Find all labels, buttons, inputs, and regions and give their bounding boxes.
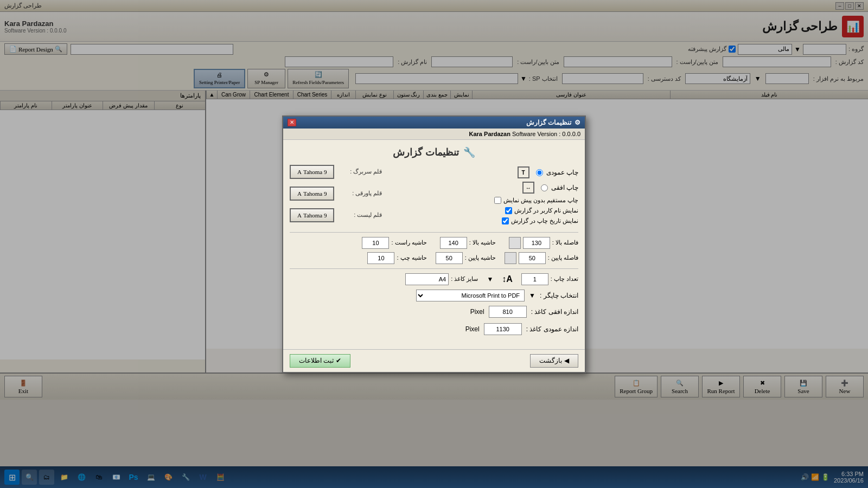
no-preview-checkbox[interactable]	[494, 197, 501, 204]
orientation-icon: A↕	[502, 274, 513, 284]
paper-size-label: سایز کاغذ :	[451, 275, 478, 282]
horizontal-print-group: چاپ افقی	[541, 184, 578, 191]
font-list-icon: A	[297, 212, 302, 219]
margin-right-input[interactable]	[362, 237, 389, 249]
modal-titlebar: ⚙ تنظیمات گزارش ✕	[283, 117, 585, 129]
width-label: اندازه افقی کاغذ :	[531, 308, 578, 316]
margin-left-input[interactable]	[367, 252, 394, 264]
margins-col-2: حاشیه راست : حاشیه چپ :	[362, 237, 426, 264]
height-input[interactable]	[484, 323, 522, 335]
space-bottom-label: فاصله پایین :	[548, 254, 578, 261]
font-cols: قلم سربرگ : Tahoma 9 A قلم پاورقی : Taho…	[290, 165, 382, 227]
heading-text: تنظیمات گزارش	[393, 146, 459, 158]
save-check-icon: ✔	[336, 357, 341, 365]
margin-top-label: حاشیه بالا :	[469, 239, 496, 246]
margin-bottom-input[interactable]	[436, 252, 463, 264]
font-user-button[interactable]: Tahoma 9 A	[290, 165, 334, 179]
horizontal-print-label: چاپ افقی	[551, 184, 578, 191]
modal-app-name: Kara Pardazan	[469, 131, 510, 137]
space-top-label: فاصله بالا :	[552, 239, 578, 246]
height-label: اندازه عمودی کاغذ :	[526, 325, 578, 333]
horizontal-print-radio[interactable]	[541, 184, 548, 191]
width-input[interactable]	[489, 306, 527, 318]
font-list-button[interactable]: Tahoma 9 A	[290, 208, 334, 222]
modal-title: ⚙ تنظیمات گزارش	[526, 119, 580, 126]
margins-spacing-row: فاصله بالا : فاصله پایین : حاشیه بالا :	[290, 237, 578, 264]
space-bottom-input[interactable]	[519, 252, 546, 264]
show-username-check-item: نمایش نام کاربر در گزارش	[494, 207, 578, 214]
printer-dropdown-icon: ▼	[529, 292, 535, 299]
font-user-text: Tahoma 9	[303, 169, 327, 175]
horiz-print-row: چاپ افقی ↔	[494, 182, 578, 194]
font-list-text: Tahoma 9	[303, 212, 327, 219]
space-top-item: فاصله بالا :	[505, 237, 578, 249]
space-top-icon	[509, 237, 521, 249]
show-date-label: نمایش تاریخ چاپ در گزارش	[511, 217, 578, 224]
margin-left-label: حاشیه چپ :	[397, 254, 426, 261]
width-unit: Pixel	[470, 308, 484, 316]
dimensions-col: اندازه افقی کاغذ : Pixel اندازه عمودی کا…	[290, 306, 578, 338]
no-preview-label: چاپ مستقیم بدون پیش نمایش	[503, 197, 578, 204]
margin-top-item: حاشیه بالا :	[436, 237, 496, 249]
modal-back-button[interactable]: ◀ بازگشت	[530, 354, 578, 368]
modal-content: 🔧 تنظیمات گزارش چاپ عمودی T	[283, 140, 585, 349]
modal-app-version: Software Version : 0.0.0.0	[512, 131, 580, 137]
back-label: بازگشت	[539, 357, 562, 365]
modal-overlay: ⚙ تنظیمات گزارش ✕ Kara Pardazan Software…	[0, 0, 868, 400]
modal-header-info: Kara Pardazan Software Version : 0.0.0.0	[283, 129, 585, 140]
copies-input[interactable]	[521, 273, 548, 285]
copies-label: تعداد چاپ :	[551, 275, 578, 282]
print-direction-row: چاپ عمودی T	[494, 166, 578, 178]
font-default-row: قلم پاورقی : Tahoma 9 A	[290, 187, 382, 201]
font-default-icon: A	[297, 190, 302, 197]
heading-icon: 🔧	[463, 146, 475, 158]
show-date-check-item: نمایش تاریخ چاپ در گزارش	[494, 217, 578, 224]
font-default-button[interactable]: Tahoma 9 A	[290, 187, 334, 201]
font-user-row: قلم سربرگ : Tahoma 9 A	[290, 165, 382, 179]
height-unit: Pixel	[465, 325, 480, 333]
font-default-label: قلم پاورقی :	[339, 190, 382, 197]
margin-right-item: حاشیه راست :	[362, 237, 426, 249]
modal-save-label: ثبت اطلاعات	[299, 357, 334, 365]
back-icon: ◀	[564, 357, 569, 365]
copies-item: تعداد چاپ :	[521, 273, 578, 285]
orientation-dropdown-icon: ▼	[487, 275, 493, 283]
vertical-print-label: چاپ عمودی	[546, 169, 578, 176]
font-list-label: قلم لیست :	[339, 211, 382, 219]
margin-bottom-item: حاشیه پایین :	[436, 252, 496, 264]
space-bottom-icon	[505, 252, 516, 264]
modal-footer: ◀ بازگشت ✔ ثبت اطلاعات	[283, 349, 585, 372]
modal-close-button[interactable]: ✕	[288, 119, 296, 126]
separator-2	[290, 268, 578, 269]
text-icon: T	[518, 166, 529, 178]
font-list-row: قلم لیست : Tahoma 9 A	[290, 208, 382, 222]
margin-right-label: حاشیه راست :	[391, 239, 426, 246]
vertical-print-group: چاپ عمودی	[536, 169, 578, 176]
paper-size-input[interactable]	[405, 273, 449, 285]
show-username-label: نمایش نام کاربر در گزارش	[514, 207, 578, 214]
margins-col: حاشیه بالا : حاشیه پایین :	[436, 237, 496, 264]
height-row: اندازه عمودی کاغذ : Pixel	[290, 323, 578, 335]
font-settings-row: چاپ عمودی T چاپ افقی ↔ چاپ مستقیم بدو	[290, 165, 578, 227]
space-top-input[interactable]	[523, 237, 550, 249]
width-row: اندازه افقی کاغذ : Pixel	[290, 306, 578, 318]
modal-title-icon: ⚙	[575, 119, 580, 126]
printer-label: انتخاب چاپگر :	[540, 292, 578, 299]
margin-left-item: حاشیه چپ :	[362, 252, 426, 264]
printer-row: انتخاب چاپگر : ▼ Microsoft Print to PDF	[290, 290, 578, 301]
printer-select[interactable]: Microsoft Print to PDF	[416, 290, 525, 301]
font-user-label: قلم سربرگ :	[339, 168, 382, 175]
vertical-print-radio[interactable]	[536, 169, 543, 176]
no-preview-check-item: چاپ مستقیم بدون پیش نمایش	[494, 197, 578, 204]
show-username-checkbox[interactable]	[505, 207, 512, 214]
font-default-text: Tahoma 9	[303, 190, 327, 197]
font-user-icon: A	[297, 169, 302, 175]
show-date-checkbox[interactable]	[502, 217, 509, 224]
rotate-icon: ↔	[522, 182, 534, 194]
copies-paper-row: تعداد چاپ : A↕ ▼ سایز کاغذ :	[290, 273, 578, 285]
modal-title-text: تنظیمات گزارش	[526, 119, 571, 126]
settings-modal: ⚙ تنظیمات گزارش ✕ Kara Pardazan Software…	[282, 115, 586, 373]
modal-save-button[interactable]: ✔ ثبت اطلاعات	[290, 354, 350, 368]
margin-top-input[interactable]	[440, 237, 467, 249]
separator-1	[290, 232, 578, 233]
